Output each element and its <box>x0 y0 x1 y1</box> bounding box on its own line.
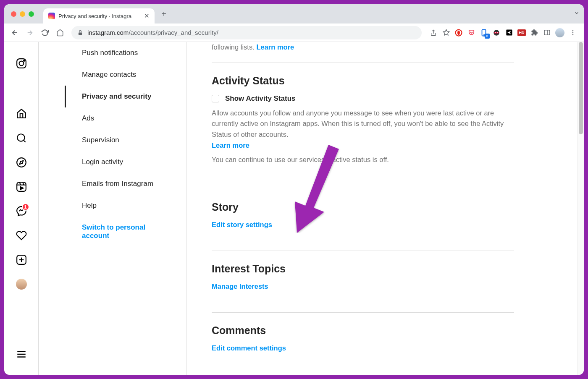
nav-emails-instagram[interactable]: Emails from Instagram <box>65 173 186 195</box>
edit-comment-settings-link[interactable]: Edit comment settings <box>212 344 286 352</box>
share-icon[interactable] <box>429 29 438 37</box>
new-tab-button[interactable]: + <box>158 9 170 19</box>
side-panel-icon[interactable] <box>543 29 551 37</box>
svg-rect-10 <box>494 32 499 33</box>
extension-phone-icon[interactable]: 6 <box>480 29 488 37</box>
activity-status-section: Activity Status Show Activity Status All… <box>212 63 514 179</box>
comments-section: Comments Edit comment settings <box>212 312 514 364</box>
edit-story-settings-link[interactable]: Edit story settings <box>212 221 272 228</box>
show-activity-checkbox[interactable] <box>212 95 219 102</box>
manage-interests-link[interactable]: Manage Interests <box>212 282 268 290</box>
user-avatar-icon[interactable] <box>16 279 27 290</box>
activity-description: Allow accounts you follow and anyone you… <box>212 108 514 140</box>
svg-marker-25 <box>19 161 23 165</box>
extension-hd-icon[interactable]: HD <box>517 29 526 36</box>
scrollbar-thumb[interactable] <box>579 42 583 134</box>
settings-main: following lists. Learn more Activity Sta… <box>186 42 539 375</box>
notifications-heart-icon[interactable] <box>16 230 27 241</box>
svg-point-21 <box>24 60 25 61</box>
show-activity-label: Show Activity Status <box>225 94 296 103</box>
switch-account-link[interactable]: Switch to personal account <box>65 217 186 247</box>
close-tab-icon[interactable]: ✕ <box>144 12 150 20</box>
extension-pocket-icon[interactable] <box>467 29 475 37</box>
scrollbar[interactable] <box>577 42 584 375</box>
search-icon[interactable] <box>16 133 27 144</box>
interest-topics-section: Interest Topics Manage Interests <box>212 251 514 302</box>
svg-line-23 <box>24 140 25 142</box>
learn-more-link[interactable]: Learn more <box>256 43 294 51</box>
activity-learn-more-link[interactable]: Learn more <box>212 141 249 149</box>
nav-ads[interactable]: Ads <box>65 107 186 129</box>
interests-heading: Interest Topics <box>212 263 514 275</box>
svg-point-20 <box>19 61 24 66</box>
tabs-dropdown-icon[interactable] <box>574 10 580 18</box>
svg-rect-14 <box>544 30 550 35</box>
svg-point-6 <box>457 30 460 35</box>
reels-icon[interactable] <box>16 181 27 192</box>
instagram-favicon-icon <box>48 13 55 19</box>
minimize-window-button[interactable] <box>20 11 25 17</box>
tab-title: Privacy and security · Instagra <box>58 13 141 19</box>
nav-manage-contacts[interactable]: Manage contacts <box>65 64 186 86</box>
reload-button[interactable] <box>39 26 51 39</box>
create-post-icon[interactable] <box>16 254 27 265</box>
svg-point-16 <box>572 30 574 31</box>
home-icon[interactable] <box>16 108 27 119</box>
lock-icon <box>77 30 83 36</box>
story-heading: Story <box>212 201 514 213</box>
chrome-menu-icon[interactable] <box>569 29 577 37</box>
settings-nav: Push notifications Manage contacts Priva… <box>65 42 186 375</box>
url-text: instagram.com/accounts/privacy_and_secur… <box>87 29 218 36</box>
forward-button[interactable] <box>24 26 36 39</box>
partial-text: following lists. Learn more <box>212 42 514 52</box>
extension-ninja-icon[interactable] <box>492 29 501 37</box>
profile-avatar-icon[interactable] <box>555 28 564 37</box>
browser-toolbar: instagram.com/accounts/privacy_and_secur… <box>4 24 584 42</box>
nav-push-notifications[interactable]: Push notifications <box>65 42 186 64</box>
svg-point-17 <box>572 32 574 33</box>
svg-point-24 <box>17 158 26 167</box>
nav-help[interactable]: Help <box>65 195 186 217</box>
svg-marker-4 <box>443 29 449 35</box>
svg-marker-30 <box>20 187 23 190</box>
svg-point-12 <box>497 32 498 33</box>
close-window-button[interactable] <box>11 11 16 17</box>
nav-login-activity[interactable]: Login activity <box>65 151 186 173</box>
bookmark-star-icon[interactable] <box>442 29 450 37</box>
svg-point-22 <box>17 134 24 141</box>
extension-opera-icon[interactable] <box>454 29 463 37</box>
story-section: Story Edit story settings <box>212 189 514 240</box>
page-content: 1 Push notifications Manage contacts Pri… <box>4 42 584 375</box>
maximize-window-button[interactable] <box>29 11 34 17</box>
home-button[interactable] <box>54 26 66 39</box>
nav-privacy-security[interactable]: Privacy and security <box>65 86 186 107</box>
instagram-left-rail: 1 <box>4 42 39 375</box>
nav-supervision[interactable]: Supervision <box>65 129 186 151</box>
explore-icon[interactable] <box>16 157 27 168</box>
address-bar[interactable]: instagram.com/accounts/privacy_and_secur… <box>71 26 422 39</box>
browser-tab-strip: Privacy and security · Instagra ✕ + <box>4 4 584 24</box>
comments-heading: Comments <box>212 324 514 337</box>
hamburger-menu-icon[interactable] <box>16 349 27 360</box>
svg-rect-2 <box>79 32 82 35</box>
back-button[interactable] <box>8 26 21 39</box>
extensions-puzzle-icon[interactable] <box>530 29 538 37</box>
window-controls <box>11 11 34 17</box>
toolbar-actions: 6 HD <box>427 28 580 37</box>
extension-send-icon[interactable] <box>505 29 513 37</box>
svg-point-11 <box>495 32 496 33</box>
activity-status-heading: Activity Status <box>212 75 514 87</box>
instagram-logo-icon[interactable] <box>16 58 27 69</box>
messenger-icon[interactable]: 1 <box>16 206 27 217</box>
svg-point-18 <box>572 34 574 35</box>
browser-tab[interactable]: Privacy and security · Instagra ✕ <box>43 8 155 24</box>
activity-note: You can continue to use our services if … <box>212 154 514 165</box>
